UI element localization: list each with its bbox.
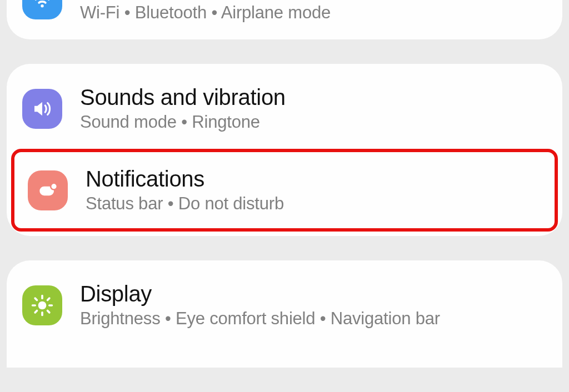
settings-row-connections[interactable]: Connections Wi-Fi • Bluetooth • Airplane… bbox=[7, 0, 562, 39]
svg-point-2 bbox=[51, 183, 57, 189]
settings-group-display: Display Brightness • Eye comfort shield … bbox=[7, 260, 562, 368]
display-icon bbox=[22, 285, 62, 325]
sounds-subtitle: Sound mode • Ringtone bbox=[80, 112, 547, 132]
notifications-title: Notifications bbox=[86, 167, 541, 192]
display-subtitle: Brightness • Eye comfort shield • Naviga… bbox=[80, 309, 547, 329]
svg-line-8 bbox=[35, 298, 37, 300]
sounds-title: Sounds and vibration bbox=[80, 85, 547, 110]
notifications-subtitle: Status bar • Do not disturb bbox=[86, 194, 541, 214]
settings-group-connections: Connections Wi-Fi • Bluetooth • Airplane… bbox=[7, 0, 562, 39]
sound-icon bbox=[22, 89, 62, 129]
svg-point-0 bbox=[41, 4, 43, 7]
notifications-icon bbox=[28, 170, 68, 210]
display-title: Display bbox=[80, 282, 547, 306]
svg-line-10 bbox=[35, 310, 37, 312]
highlight-annotation: Notifications Status bar • Do not distur… bbox=[11, 149, 558, 232]
settings-row-display[interactable]: Display Brightness • Eye comfort shield … bbox=[7, 265, 562, 345]
svg-line-9 bbox=[48, 310, 49, 312]
settings-row-notifications[interactable]: Notifications Status bar • Do not distur… bbox=[16, 153, 553, 227]
settings-group-sound-notif: Sounds and vibration Sound mode • Ringto… bbox=[7, 64, 562, 236]
svg-point-3 bbox=[38, 301, 47, 309]
connections-subtitle: Wi-Fi • Bluetooth • Airplane mode bbox=[80, 3, 547, 23]
connections-title: Connections bbox=[80, 0, 547, 1]
svg-line-11 bbox=[48, 298, 49, 300]
settings-row-sounds[interactable]: Sounds and vibration Sound mode • Ringto… bbox=[7, 68, 562, 149]
connections-icon bbox=[22, 0, 62, 19]
